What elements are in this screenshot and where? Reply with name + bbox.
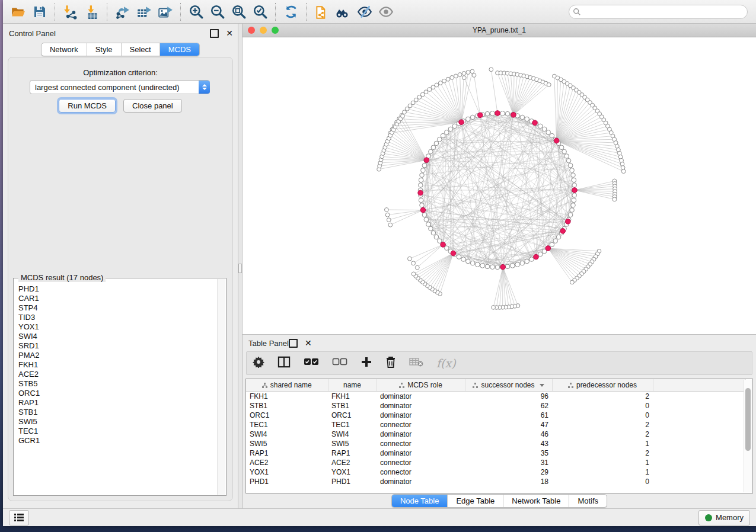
result-list-item[interactable]: STP4 <box>14 303 218 313</box>
graph-node[interactable] <box>415 265 419 270</box>
tab-edge-table[interactable]: Edge Table <box>448 495 503 507</box>
table-cell[interactable]: TEC1 <box>246 420 328 430</box>
graph-hub-node[interactable] <box>418 190 423 196</box>
graph-node[interactable] <box>550 242 554 247</box>
graph-node[interactable] <box>564 154 569 159</box>
table-cell[interactable]: dominator <box>377 430 465 439</box>
graph-node[interactable] <box>438 137 442 142</box>
graph-node[interactable] <box>520 115 525 120</box>
graph-node[interactable] <box>452 124 457 129</box>
tab-node-table[interactable]: Node Table <box>392 495 448 507</box>
export-network-icon[interactable] <box>112 2 133 22</box>
graph-node[interactable] <box>457 255 461 259</box>
table-cell[interactable]: 47 <box>465 420 552 430</box>
graph-node[interactable] <box>472 73 476 78</box>
table-row[interactable]: ORC1ORC1dominator610 <box>246 411 746 420</box>
graph-node[interactable] <box>446 77 450 81</box>
graph-node[interactable] <box>570 280 575 284</box>
graph-node[interactable] <box>613 197 617 201</box>
table-cell[interactable]: 1 <box>552 467 653 477</box>
graph-node[interactable] <box>387 218 391 222</box>
graph-node[interactable] <box>570 208 575 213</box>
graph-hub-node[interactable] <box>500 264 506 270</box>
result-list-item[interactable]: FKH1 <box>14 360 218 370</box>
graph-node[interactable] <box>621 169 626 174</box>
result-list-item[interactable]: GCR1 <box>14 436 218 446</box>
graph-hub-node[interactable] <box>572 188 578 193</box>
table-cell[interactable]: 46 <box>465 430 552 439</box>
float-table-panel-icon[interactable] <box>289 339 298 348</box>
result-list-item[interactable]: YOX1 <box>14 322 218 332</box>
graph-node[interactable] <box>570 168 575 173</box>
graph-node[interactable] <box>553 239 558 243</box>
result-list-item[interactable]: SWI5 <box>14 417 218 427</box>
graph-node[interactable] <box>476 262 480 267</box>
graph-node[interactable] <box>434 235 439 239</box>
table-cell[interactable]: 35 <box>465 448 552 458</box>
add-column-icon[interactable] <box>361 356 372 370</box>
graph-node[interactable] <box>562 149 567 154</box>
table-cell[interactable]: 2 <box>552 420 653 430</box>
graph-node[interactable] <box>431 145 436 150</box>
graph-node[interactable] <box>525 117 529 121</box>
vertical-splitter[interactable] <box>238 24 243 508</box>
graph-node[interactable] <box>424 217 429 222</box>
network-graph[interactable] <box>243 37 756 334</box>
graph-node[interactable] <box>412 261 416 265</box>
graph-node[interactable] <box>438 81 442 85</box>
close-panel-icon[interactable]: ✕ <box>226 30 233 37</box>
table-cell[interactable]: ORC1 <box>246 411 328 420</box>
result-list-item[interactable]: PHD1 <box>14 284 218 294</box>
zoom-in-icon[interactable] <box>186 2 207 22</box>
table-row[interactable]: TEC1TEC1connector472 <box>246 420 746 430</box>
graph-node[interactable] <box>435 83 439 87</box>
graph-node[interactable] <box>572 178 576 182</box>
table-cell[interactable]: PHD1 <box>328 477 377 486</box>
graph-node[interactable] <box>568 163 573 168</box>
split-view-icon[interactable] <box>277 356 291 370</box>
table-cell[interactable]: 2 <box>552 430 653 439</box>
table-cell[interactable]: 31 <box>465 458 552 467</box>
table-cell[interactable]: SWI4 <box>246 430 328 439</box>
table-cell[interactable]: connector <box>377 439 465 448</box>
table-cell[interactable]: 61 <box>465 411 552 420</box>
graph-node[interactable] <box>424 90 428 94</box>
result-list-item[interactable]: SRD1 <box>14 341 218 351</box>
graph-node[interactable] <box>450 76 454 80</box>
graph-node[interactable] <box>470 69 474 73</box>
graph-node[interactable] <box>421 168 426 173</box>
graph-node[interactable] <box>388 223 393 227</box>
table-cell[interactable]: 2 <box>552 392 653 402</box>
graph-node[interactable] <box>538 124 543 129</box>
graph-node[interactable] <box>466 70 470 75</box>
graph-node[interactable] <box>559 145 564 150</box>
graph-node[interactable] <box>408 257 412 261</box>
search-network-icon[interactable] <box>333 2 354 22</box>
graph-node[interactable] <box>489 68 493 72</box>
graph-node[interactable] <box>434 141 439 146</box>
graph-node[interactable] <box>419 183 423 188</box>
result-list-item[interactable]: STB5 <box>14 379 218 389</box>
table-cell[interactable]: RAP1 <box>246 448 328 458</box>
result-scrollbar[interactable] <box>217 279 225 495</box>
column-header-successor-nodes[interactable]: successor nodes <box>465 379 552 392</box>
scrollbar-thumb[interactable] <box>745 388 751 451</box>
result-list-item[interactable]: ACE2 <box>14 370 218 379</box>
graph-node[interactable] <box>542 127 547 132</box>
graph-hub-node[interactable] <box>511 113 516 118</box>
graph-node[interactable] <box>462 76 466 80</box>
memory-button[interactable]: Memory <box>698 510 750 525</box>
table-cell[interactable]: connector <box>377 420 465 430</box>
result-list-item[interactable]: STB1 <box>14 408 218 417</box>
import-table-icon[interactable] <box>81 2 103 22</box>
graph-hub-node[interactable] <box>478 113 483 118</box>
close-table-panel-icon[interactable]: ✕ <box>305 340 312 347</box>
table-cell[interactable]: FKH1 <box>328 392 377 402</box>
graph-node[interactable] <box>500 111 505 116</box>
graph-hub-node[interactable] <box>441 242 446 248</box>
graph-node[interactable] <box>492 306 496 310</box>
table-row[interactable]: ACE2ACE2connector311 <box>246 458 746 467</box>
graph-node[interactable] <box>429 226 433 231</box>
graph-node[interactable] <box>529 257 534 262</box>
graph-node[interactable] <box>572 193 577 198</box>
